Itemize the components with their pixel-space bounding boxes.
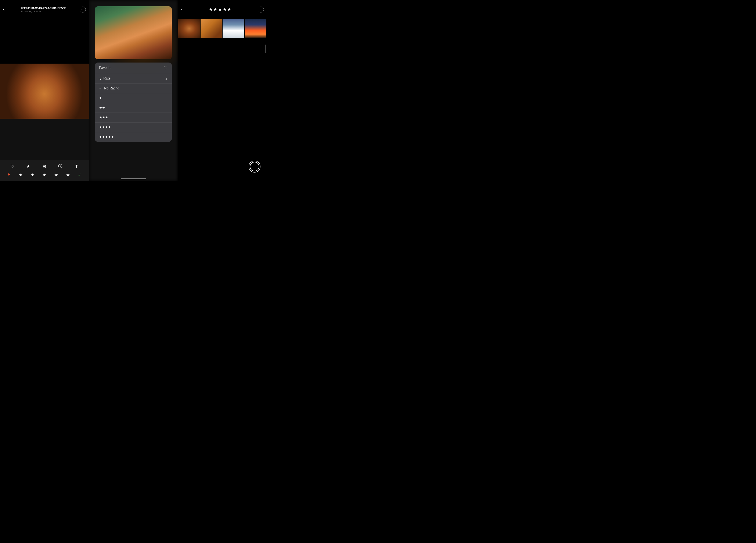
no-rating-item[interactable]: ✓ No Rating xyxy=(95,84,172,93)
photo-date: 2021/1/31, 17:36:24 xyxy=(21,10,68,13)
rating-stars-display: ★★★★★ xyxy=(209,7,232,12)
panel3-main-area xyxy=(178,38,267,181)
rate-button[interactable]: ★ xyxy=(25,162,32,170)
panel3-header: ‹ ★★★★★ ··· xyxy=(178,0,267,19)
star5-label: ★★★★★ xyxy=(99,135,114,139)
camera-shutter-button[interactable] xyxy=(249,161,260,172)
rate-label: ∨ Rate xyxy=(99,76,111,80)
home-indicator xyxy=(121,178,146,179)
cat-face-render xyxy=(0,64,89,119)
thumbnail-sky-clouds[interactable] xyxy=(223,19,244,38)
favorite-label: Favorite xyxy=(99,66,111,70)
no-rating-label: ✓ No Rating xyxy=(99,86,119,90)
star1-label: ★ xyxy=(99,96,102,100)
star-outline-icon: ☆ xyxy=(164,76,168,81)
cat-photo xyxy=(0,64,89,119)
photo-filename: 4FE9635B-C04D-4770-85B1-BE50F... xyxy=(21,7,68,10)
panel3-back-button[interactable]: ‹ xyxy=(181,7,182,12)
panel-album-view: ‹ ★★★★★ ··· xyxy=(178,0,267,181)
star1-item[interactable]: ★ xyxy=(95,93,172,103)
more-options-button[interactable]: ··· xyxy=(80,7,86,12)
star2-label: ★★ xyxy=(99,106,105,110)
star5-item[interactable]: ★★★★★ xyxy=(95,132,172,142)
panel-photo-detail: ‹ 4FE9635B-C04D-4770-85B1-BE50F... 2021/… xyxy=(0,0,89,181)
star3-label: ★★★ xyxy=(99,115,108,119)
star3-item[interactable]: ★★★ xyxy=(95,113,172,122)
star3-button[interactable]: ★ xyxy=(40,171,48,179)
favorite-item[interactable]: Favorite ♡ xyxy=(95,62,172,73)
panel1-header: ‹ 4FE9635B-C04D-4770-85B1-BE50F... 2021/… xyxy=(0,0,89,19)
star4-button[interactable]: ★ xyxy=(52,171,60,179)
star2-button[interactable]: ★ xyxy=(29,171,36,179)
rate-chevron: ∨ xyxy=(99,76,102,80)
thumbnail-cat-body[interactable] xyxy=(201,19,222,38)
toolbar-row-2: ⚑ ★ ★ ★ ★ ★ ✓ xyxy=(2,171,87,179)
photo-thumbnails-strip xyxy=(178,19,267,38)
camera-shutter-inner xyxy=(250,162,259,171)
scroll-indicator xyxy=(265,44,266,53)
star2-item[interactable]: ★★ xyxy=(95,103,172,113)
photo-image-area xyxy=(0,19,89,160)
star5-button[interactable]: ★ xyxy=(64,171,72,179)
top-black-area xyxy=(0,19,89,64)
bottom-toolbar: ♡ ★ ⊟ ⓘ ⬆ ⚑ ★ ★ ★ ★ ★ ✓ xyxy=(0,160,89,181)
thumbnail-cat-face[interactable] xyxy=(178,19,200,38)
panel3-more-options-button[interactable]: ··· xyxy=(258,7,264,12)
star4-label: ★★★★ xyxy=(99,125,111,129)
back-button[interactable]: ‹ xyxy=(3,7,4,12)
flag-icon[interactable]: ⚑ xyxy=(5,171,13,179)
rate-dropdown-menu: Favorite ♡ ∨ Rate ☆ ✓ No Rating ★ ★★ ★★★… xyxy=(95,62,172,142)
share-button[interactable]: ⬆ xyxy=(73,162,80,170)
toolbar-row-1: ♡ ★ ⊟ ⓘ ⬆ xyxy=(2,162,87,170)
rate-item[interactable]: ∨ Rate ☆ xyxy=(95,73,172,84)
info-button[interactable]: ⓘ xyxy=(57,162,64,170)
panel-rate-dropdown: Favorite ♡ ∨ Rate ☆ ✓ No Rating ★ ★★ ★★★… xyxy=(89,0,178,181)
heart-icon: ♡ xyxy=(164,65,168,70)
favorite-button[interactable]: ♡ xyxy=(8,162,16,170)
adjust-button[interactable]: ⊟ xyxy=(40,162,48,170)
thumbnail-sky-sunset[interactable] xyxy=(245,19,267,38)
star4-item[interactable]: ★★★★ xyxy=(95,122,172,132)
checkmark-icon: ✓ xyxy=(99,87,102,90)
cat-photo-card xyxy=(95,6,172,59)
confirm-button[interactable]: ✓ xyxy=(76,171,83,179)
star1-button[interactable]: ★ xyxy=(17,171,25,179)
bottom-black-area xyxy=(0,119,89,160)
